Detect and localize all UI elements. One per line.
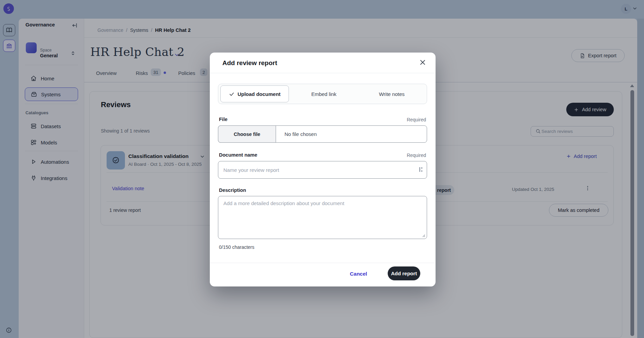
choose-file-button[interactable]: Choose file [218, 125, 276, 143]
file-field-label: File [219, 117, 227, 122]
modal-header-divider [210, 73, 435, 73]
no-file-chosen-text: No file chosen [284, 131, 317, 137]
description-textarea[interactable] [218, 196, 427, 239]
cancel-button[interactable]: Cancel [345, 270, 372, 278]
document-name-input[interactable] [218, 161, 427, 179]
document-name-required-badge: Required [373, 153, 426, 158]
tab-embed-link[interactable]: Embed link [290, 85, 357, 102]
resize-handle-icon[interactable] [421, 233, 425, 237]
file-required-badge: Required [373, 117, 426, 122]
description-label: Description [219, 187, 246, 193]
character-counter: 0/150 characters [219, 244, 254, 250]
check-icon [229, 91, 235, 97]
modal-title: Add review report [222, 59, 277, 67]
document-name-label: Document name [219, 152, 257, 158]
choose-file-label: Choose file [234, 132, 260, 137]
tab-embed-link-label: Embed link [311, 91, 336, 97]
tab-write-notes[interactable]: Write notes [357, 85, 426, 102]
tab-write-notes-label: Write notes [379, 91, 405, 97]
tab-upload-document[interactable]: Upload document [220, 85, 289, 102]
add-report-button[interactable]: Add report [388, 266, 420, 280]
modal-footer-divider [210, 263, 435, 263]
input-extension-icon[interactable] [419, 166, 424, 173]
tab-upload-document-label: Upload document [238, 91, 281, 97]
close-icon[interactable] [419, 58, 427, 66]
